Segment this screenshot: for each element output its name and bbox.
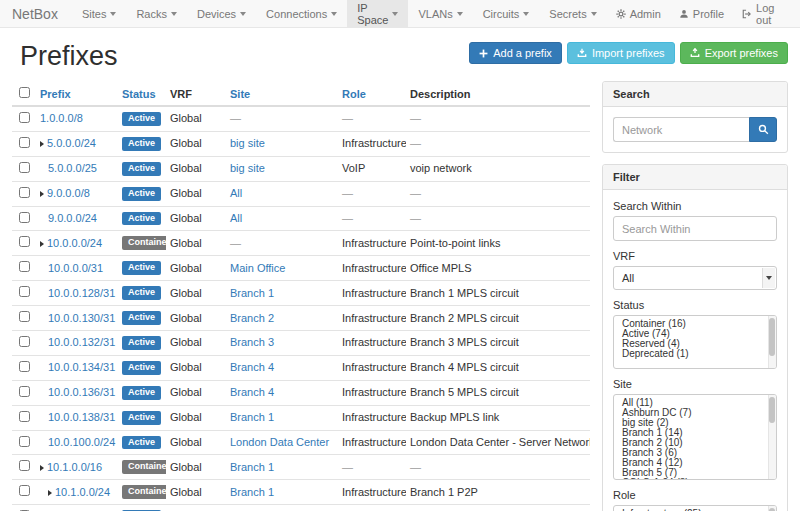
expand-arrow-icon[interactable]: [40, 241, 44, 247]
row-checkbox[interactable]: [19, 386, 30, 397]
site-link[interactable]: Branch 1: [230, 486, 274, 498]
prefix-link[interactable]: 10.0.0.132/31: [48, 336, 115, 348]
table-row: 10.0.0.136/31ActiveGlobalBranch 4Infrast…: [12, 380, 590, 405]
row-checkbox[interactable]: [19, 411, 30, 422]
scrollbar[interactable]: [768, 316, 776, 368]
prefix-link[interactable]: 10.0.0.134/31: [48, 361, 115, 373]
prefix-link[interactable]: 10.1.0.0/16: [47, 461, 102, 473]
prefix-link[interactable]: 5.0.0.0/24: [47, 137, 96, 149]
nav-item-circuits[interactable]: Circuits: [473, 0, 540, 27]
site-link[interactable]: Main Office: [230, 262, 285, 274]
prefix-link[interactable]: 5.0.0.0/25: [48, 162, 97, 174]
expand-arrow-icon[interactable]: [40, 465, 44, 471]
row-checkbox[interactable]: [19, 336, 30, 347]
scrollbar-thumb[interactable]: [769, 397, 775, 423]
admin-link[interactable]: Admin: [607, 0, 670, 27]
site-listbox[interactable]: All (11)Ashburn DC (7)big site (2)Branch…: [613, 394, 777, 480]
filter-option[interactable]: COLO-1-24 (3): [614, 478, 776, 480]
prefix-link[interactable]: 9.0.0.0/24: [48, 212, 97, 224]
empty-marker: —: [410, 187, 421, 199]
import-prefixes-button[interactable]: Import prefixes: [567, 42, 675, 64]
brand-logo[interactable]: NetBox: [0, 0, 72, 27]
nav-item-secrets[interactable]: Secrets: [539, 0, 606, 27]
nav-item-ip-space[interactable]: IP Space: [347, 0, 408, 27]
add-prefix-button[interactable]: Add a prefix: [469, 42, 562, 64]
prefix-link[interactable]: 10.0.0.138/31: [48, 411, 115, 423]
site-link[interactable]: big site: [230, 162, 265, 174]
expand-arrow-icon[interactable]: [40, 141, 44, 147]
role-listbox[interactable]: Infrastructure (25)Management (8)Private…: [613, 505, 777, 511]
expand-arrow-icon[interactable]: [40, 191, 44, 197]
profile-link[interactable]: Profile: [670, 0, 733, 27]
status-badge: Active: [122, 411, 161, 425]
description-cell: London Data Center - Server Network: [406, 430, 590, 455]
prefix-link[interactable]: 1.0.0.0/8: [40, 112, 83, 124]
prefix-link[interactable]: 10.1.0.0/24: [55, 486, 110, 498]
nav-item-devices[interactable]: Devices: [187, 0, 256, 27]
status-badge: Active: [122, 386, 161, 400]
scrollbar[interactable]: [768, 506, 776, 511]
description-cell: voip network: [406, 156, 590, 181]
row-checkbox[interactable]: [19, 112, 30, 123]
empty-marker: —: [410, 137, 421, 149]
table-row: 10.1.0.0/25ActiveGlobalBranch 1——: [12, 505, 590, 511]
status-badge: Active: [122, 286, 161, 300]
table-row: 10.0.0.130/31ActiveGlobalBranch 2Infrast…: [12, 306, 590, 331]
prefix-link[interactable]: 9.0.0.0/8: [47, 187, 90, 199]
vrf-cell: Global: [166, 281, 226, 306]
prefix-link[interactable]: 10.0.100.0/24: [48, 436, 115, 448]
prefix-link[interactable]: 10.0.0.0/24: [47, 237, 102, 249]
export-prefixes-button[interactable]: Export prefixes: [680, 42, 788, 64]
column-header-prefix[interactable]: Prefix: [40, 88, 71, 100]
logout-link[interactable]: Log out: [733, 0, 800, 27]
search-button[interactable]: [749, 117, 777, 142]
prefix-link[interactable]: 10.0.0.0/31: [48, 262, 103, 274]
site-link[interactable]: Branch 2: [230, 312, 274, 324]
row-checkbox[interactable]: [19, 187, 30, 198]
column-header-role[interactable]: Role: [342, 88, 366, 100]
status-listbox[interactable]: Container (16)Active (74)Reserved (4)Dep…: [613, 315, 777, 369]
site-link[interactable]: All: [230, 187, 242, 199]
row-checkbox[interactable]: [19, 286, 30, 297]
prefix-link[interactable]: 10.0.0.130/31: [48, 312, 115, 324]
row-checkbox[interactable]: [19, 311, 30, 322]
expand-arrow-icon[interactable]: [48, 490, 52, 496]
filter-option[interactable]: Deprecated (1): [614, 349, 776, 359]
nav-item-vlans[interactable]: VLANs: [408, 0, 472, 27]
site-link[interactable]: Branch 3: [230, 336, 274, 348]
row-checkbox[interactable]: [19, 261, 30, 272]
row-checkbox[interactable]: [19, 212, 30, 223]
nav-item-racks[interactable]: Racks: [126, 0, 187, 27]
site-link[interactable]: Branch 1: [230, 287, 274, 299]
site-link[interactable]: Branch 4: [230, 386, 274, 398]
search-within-input[interactable]: [613, 216, 777, 241]
vrf-select[interactable]: All: [613, 266, 777, 290]
row-checkbox[interactable]: [19, 236, 30, 247]
prefix-link[interactable]: 10.0.0.136/31: [48, 386, 115, 398]
nav-item-connections[interactable]: Connections: [256, 0, 347, 27]
select-all-checkbox[interactable]: [19, 87, 30, 98]
site-link[interactable]: Branch 1: [230, 411, 274, 423]
nav-item-sites[interactable]: Sites: [72, 0, 126, 27]
scrollbar-thumb[interactable]: [769, 318, 775, 356]
site-link[interactable]: Branch 1: [230, 461, 274, 473]
role-cell: Infrastructure: [338, 306, 406, 331]
scrollbar[interactable]: [768, 395, 776, 479]
vrf-cell: Global: [166, 131, 226, 156]
site-link[interactable]: London Data Center: [230, 436, 329, 448]
row-checkbox[interactable]: [19, 361, 30, 372]
row-checkbox[interactable]: [19, 485, 30, 496]
site-link[interactable]: All: [230, 212, 242, 224]
column-header-status[interactable]: Status: [122, 88, 156, 100]
row-checkbox[interactable]: [19, 436, 30, 447]
row-checkbox[interactable]: [19, 137, 30, 148]
prefix-link[interactable]: 10.0.0.128/31: [48, 287, 115, 299]
row-checkbox[interactable]: [19, 460, 30, 471]
site-label: Site: [613, 378, 777, 390]
row-checkbox[interactable]: [19, 162, 30, 173]
column-header-site[interactable]: Site: [230, 88, 250, 100]
search-input[interactable]: [613, 117, 749, 142]
top-navbar: NetBox Sites Racks Devices Connections I…: [0, 0, 800, 28]
site-link[interactable]: Branch 4: [230, 361, 274, 373]
site-link[interactable]: big site: [230, 137, 265, 149]
